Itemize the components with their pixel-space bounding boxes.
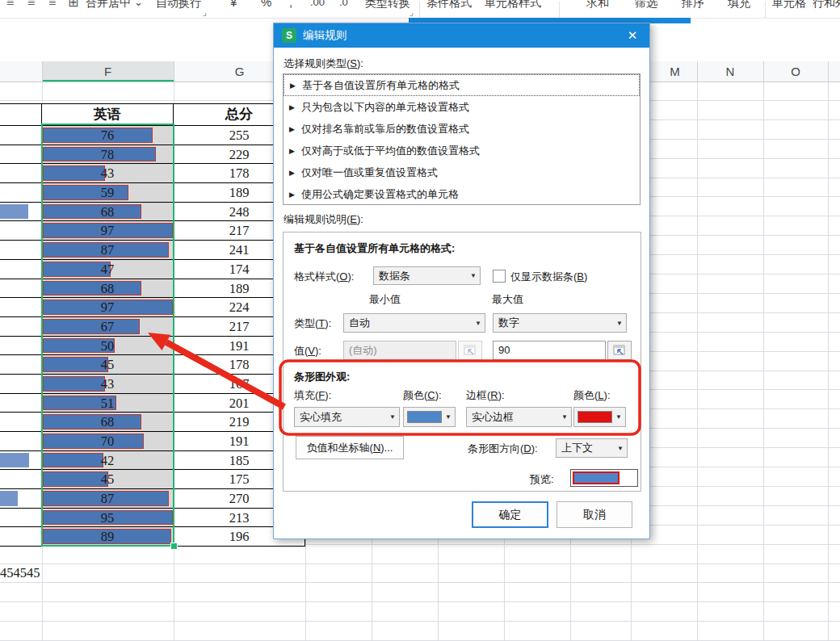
cell-e[interactable]: [0, 164, 42, 183]
cell-english[interactable]: 59: [42, 183, 174, 203]
cell-english[interactable]: 97: [42, 298, 174, 317]
rule-type-item[interactable]: ▶只为包含以下内容的单元格设置格式: [284, 96, 640, 118]
cell-english[interactable]: 78: [42, 145, 174, 165]
cell-english[interactable]: 95: [42, 509, 174, 528]
cell-e-header[interactable]: [0, 104, 42, 126]
cell-english-header[interactable]: 英语: [42, 104, 174, 126]
border-style-dropdown[interactable]: 实心边框 ▼: [466, 407, 572, 427]
percent-format-icon[interactable]: %: [261, 0, 271, 10]
dialog-launcher-icon[interactable]: ⌟: [203, 4, 207, 19]
border-color-dropdown[interactable]: ▼: [573, 407, 626, 427]
cell-e[interactable]: [0, 489, 42, 509]
cell-style-button[interactable]: 单元格样式: [485, 0, 541, 10]
fill-style-dropdown[interactable]: 实心填充 ▼: [294, 407, 400, 427]
format-style-dropdown[interactable]: 数据条 ▼: [373, 266, 481, 285]
min-type-dropdown[interactable]: 自动 ▼: [343, 313, 485, 333]
cell-english[interactable]: 47: [42, 260, 174, 279]
cell-e[interactable]: [0, 394, 42, 413]
rule-type-item[interactable]: ▶使用公式确定要设置格式的单元格: [284, 183, 640, 205]
column-header-m[interactable]: M: [653, 61, 697, 82]
range-picker-icon[interactable]: [607, 341, 632, 360]
wrap-text-button[interactable]: 自动换行: [156, 0, 201, 10]
increase-decimal-icon[interactable]: .00: [310, 0, 325, 10]
stray-cell-value[interactable]: 454545: [0, 564, 39, 582]
currency-format-icon[interactable]: ¥: [230, 0, 237, 10]
english-score: 97: [42, 221, 173, 240]
filter-button[interactable]: 筛选: [635, 0, 657, 10]
cell-english[interactable]: 67: [42, 317, 174, 337]
bar-direction-dropdown[interactable]: 上下文 ▼: [556, 438, 628, 458]
cell-e[interactable]: [0, 451, 42, 471]
cell-e[interactable]: [0, 203, 42, 222]
rule-type-list[interactable]: ▶基于各自值设置所有单元格的格式▶只为包含以下内容的单元格设置格式▶仅对排名靠前…: [283, 73, 640, 205]
cell-e[interactable]: [0, 527, 42, 547]
column-header-f[interactable]: F: [42, 61, 174, 82]
cell-e[interactable]: [0, 260, 42, 279]
cell-e[interactable]: [0, 509, 42, 528]
cell-english[interactable]: 87: [42, 241, 174, 260]
cell-e[interactable]: [0, 432, 42, 451]
show-bar-only-checkbox[interactable]: [493, 270, 506, 283]
cell-e[interactable]: [0, 279, 42, 299]
align-right-icon[interactable]: ≡: [48, 0, 56, 10]
sort-button[interactable]: 排序: [682, 0, 704, 10]
comma-format-icon[interactable]: ,: [289, 0, 292, 10]
cell-e[interactable]: [0, 183, 42, 203]
cell-e[interactable]: [0, 298, 42, 317]
cell-english[interactable]: 68: [42, 203, 174, 222]
column-header-n[interactable]: N: [697, 61, 763, 82]
cell-english[interactable]: 45: [42, 355, 174, 375]
cell-e[interactable]: [0, 375, 42, 394]
cells-button[interactable]: 单元格: [772, 0, 806, 10]
cancel-button[interactable]: 取消: [556, 501, 632, 528]
negative-values-axis-button[interactable]: 负值和坐标轴(N)...: [296, 436, 404, 459]
cell-english[interactable]: 51: [42, 394, 174, 413]
cell-english[interactable]: 68: [42, 413, 174, 432]
cell-e[interactable]: [0, 126, 42, 145]
cell-e[interactable]: [0, 221, 42, 241]
cell-english[interactable]: 43: [42, 164, 174, 183]
align-center-icon[interactable]: ≡: [27, 0, 35, 10]
cell-english[interactable]: 43: [42, 375, 174, 394]
rule-type-label: 仅对唯一值或重复值设置格式: [301, 165, 438, 180]
align-lines-icon[interactable]: ≡: [6, 0, 14, 10]
cell-e[interactable]: [0, 145, 42, 165]
cell-english[interactable]: 97: [42, 221, 174, 241]
max-type-dropdown[interactable]: 数字 ▼: [493, 313, 627, 333]
cell-e[interactable]: [0, 470, 42, 489]
fill-handle[interactable]: [170, 543, 178, 550]
ok-button[interactable]: 确定: [472, 501, 548, 528]
cell-english[interactable]: 87: [42, 489, 174, 509]
dialog-launcher-icon[interactable]: ⌟: [410, 4, 414, 19]
rule-type-item[interactable]: ▶仅对唯一值或重复值设置格式: [284, 161, 640, 183]
cell-e[interactable]: [0, 337, 42, 356]
close-icon[interactable]: ✕: [615, 23, 649, 48]
cell-e[interactable]: [0, 241, 42, 260]
cell-e[interactable]: [0, 317, 42, 337]
merge-center-button[interactable]: 合并居中: [86, 0, 131, 10]
type-convert-button[interactable]: 类型转换: [365, 0, 410, 10]
gridline: [763, 82, 764, 641]
rule-type-item[interactable]: ▶仅对排名靠前或靠后的数值设置格式: [284, 118, 640, 140]
decrease-decimal-icon[interactable]: .0: [339, 0, 348, 10]
cell-english[interactable]: 68: [42, 279, 174, 299]
cell-english[interactable]: 50: [42, 337, 174, 356]
fill-color-dropdown[interactable]: ▼: [403, 407, 456, 427]
cell-english[interactable]: 42: [42, 451, 174, 471]
cell-e[interactable]: [0, 355, 42, 375]
cell-english[interactable]: 76: [42, 126, 174, 145]
conditional-format-button[interactable]: 条件格式: [426, 0, 472, 10]
border-grid-icon[interactable]: ⊞: [68, 0, 78, 10]
cell-english[interactable]: 45: [42, 470, 174, 489]
sum-button[interactable]: 求和: [586, 0, 609, 10]
fill-button[interactable]: 填充: [728, 0, 750, 10]
cell-english[interactable]: 70: [42, 432, 174, 451]
max-value-input[interactable]: 90: [493, 341, 606, 360]
rows-cols-button[interactable]: 行和列: [813, 0, 840, 10]
cell-english[interactable]: 89: [42, 527, 174, 547]
cell-e[interactable]: [0, 413, 42, 432]
rule-type-item[interactable]: ▶仅对高于或低于平均值的数值设置格式: [284, 140, 640, 161]
rule-type-item[interactable]: ▶基于各自值设置所有单元格的格式: [284, 74, 640, 96]
dialog-titlebar[interactable]: S 编辑规则 ✕: [274, 23, 649, 48]
column-header-o[interactable]: O: [763, 61, 828, 82]
